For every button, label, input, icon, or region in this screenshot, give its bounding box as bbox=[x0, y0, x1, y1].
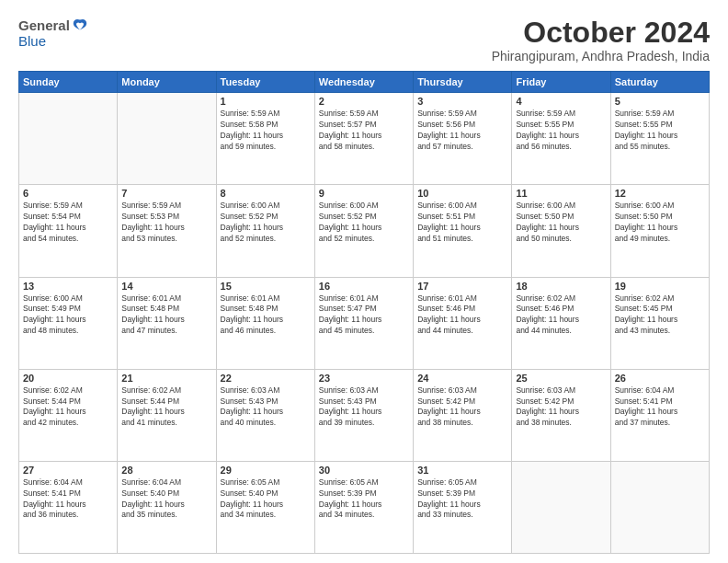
calendar-cell: 1Sunrise: 5:59 AM Sunset: 5:58 PM Daylig… bbox=[216, 93, 314, 185]
day-number: 29 bbox=[221, 465, 311, 476]
calendar-cell: 28Sunrise: 6:04 AM Sunset: 5:40 PM Dayli… bbox=[118, 461, 216, 553]
calendar-cell: 26Sunrise: 6:04 AM Sunset: 5:41 PM Dayli… bbox=[610, 369, 709, 461]
calendar-cell: 21Sunrise: 6:02 AM Sunset: 5:44 PM Dayli… bbox=[118, 369, 216, 461]
logo-blue-text: Blue bbox=[18, 33, 46, 49]
day-header-saturday: Saturday bbox=[610, 72, 709, 93]
day-number: 18 bbox=[516, 281, 606, 292]
calendar-page: General Blue October 2024 Phirangipuram,… bbox=[0, 0, 728, 563]
calendar-cell bbox=[512, 461, 610, 553]
cell-info: Sunrise: 5:59 AM Sunset: 5:57 PM Dayligh… bbox=[319, 109, 409, 153]
calendar-cell bbox=[118, 93, 216, 185]
cell-info: Sunrise: 6:03 AM Sunset: 5:43 PM Dayligh… bbox=[319, 385, 409, 430]
day-number: 31 bbox=[417, 465, 507, 476]
day-number: 28 bbox=[121, 465, 211, 476]
day-number: 14 bbox=[121, 281, 211, 292]
cell-info: Sunrise: 6:05 AM Sunset: 5:39 PM Dayligh… bbox=[319, 477, 409, 522]
calendar-cell: 11Sunrise: 6:00 AM Sunset: 5:50 PM Dayli… bbox=[512, 185, 610, 277]
cell-info: Sunrise: 6:00 AM Sunset: 5:51 PM Dayligh… bbox=[417, 201, 507, 245]
calendar-cell bbox=[19, 93, 118, 185]
calendar-cell: 6Sunrise: 5:59 AM Sunset: 5:54 PM Daylig… bbox=[19, 185, 118, 277]
week-row-1: 1Sunrise: 5:59 AM Sunset: 5:58 PM Daylig… bbox=[19, 93, 710, 185]
cell-info: Sunrise: 6:01 AM Sunset: 5:48 PM Dayligh… bbox=[221, 293, 311, 338]
calendar-cell: 27Sunrise: 6:04 AM Sunset: 5:41 PM Dayli… bbox=[19, 461, 118, 553]
cell-info: Sunrise: 5:59 AM Sunset: 5:55 PM Dayligh… bbox=[615, 109, 705, 153]
calendar-cell: 2Sunrise: 5:59 AM Sunset: 5:57 PM Daylig… bbox=[314, 93, 413, 185]
calendar-cell: 29Sunrise: 6:05 AM Sunset: 5:40 PM Dayli… bbox=[216, 461, 314, 553]
day-number: 24 bbox=[417, 373, 507, 384]
calendar-cell: 20Sunrise: 6:02 AM Sunset: 5:44 PM Dayli… bbox=[19, 369, 118, 461]
calendar-cell: 15Sunrise: 6:01 AM Sunset: 5:48 PM Dayli… bbox=[216, 277, 314, 369]
calendar-cell: 30Sunrise: 6:05 AM Sunset: 5:39 PM Dayli… bbox=[314, 461, 413, 553]
calendar-cell: 8Sunrise: 6:00 AM Sunset: 5:52 PM Daylig… bbox=[216, 185, 314, 277]
title-block: October 2024 Phirangipuram, Andhra Prade… bbox=[492, 17, 710, 63]
day-header-tuesday: Tuesday bbox=[216, 72, 314, 93]
cell-info: Sunrise: 6:00 AM Sunset: 5:49 PM Dayligh… bbox=[23, 293, 113, 338]
logo-bird-icon bbox=[72, 17, 88, 33]
day-number: 20 bbox=[23, 373, 113, 384]
calendar-cell: 25Sunrise: 6:03 AM Sunset: 5:42 PM Dayli… bbox=[512, 369, 610, 461]
month-title: October 2024 bbox=[492, 17, 710, 49]
calendar-cell: 12Sunrise: 6:00 AM Sunset: 5:50 PM Dayli… bbox=[610, 185, 709, 277]
day-number: 13 bbox=[23, 281, 113, 292]
day-number: 1 bbox=[221, 96, 311, 107]
calendar-cell bbox=[610, 461, 709, 553]
calendar-cell: 3Sunrise: 5:59 AM Sunset: 5:56 PM Daylig… bbox=[414, 93, 512, 185]
day-number: 17 bbox=[417, 281, 507, 292]
cell-info: Sunrise: 6:03 AM Sunset: 5:42 PM Dayligh… bbox=[516, 385, 606, 430]
cell-info: Sunrise: 5:59 AM Sunset: 5:58 PM Dayligh… bbox=[221, 109, 311, 153]
calendar-cell: 24Sunrise: 6:03 AM Sunset: 5:42 PM Dayli… bbox=[414, 369, 512, 461]
week-row-4: 20Sunrise: 6:02 AM Sunset: 5:44 PM Dayli… bbox=[19, 369, 710, 461]
calendar-cell: 9Sunrise: 6:00 AM Sunset: 5:52 PM Daylig… bbox=[314, 185, 413, 277]
day-number: 30 bbox=[319, 465, 409, 476]
cell-info: Sunrise: 5:59 AM Sunset: 5:53 PM Dayligh… bbox=[121, 201, 211, 245]
day-number: 8 bbox=[221, 188, 311, 199]
cell-info: Sunrise: 6:00 AM Sunset: 5:50 PM Dayligh… bbox=[516, 201, 606, 245]
logo: General Blue bbox=[18, 17, 88, 49]
cell-info: Sunrise: 6:01 AM Sunset: 5:48 PM Dayligh… bbox=[121, 293, 211, 338]
calendar-cell: 31Sunrise: 6:05 AM Sunset: 5:39 PM Dayli… bbox=[414, 461, 512, 553]
week-row-5: 27Sunrise: 6:04 AM Sunset: 5:41 PM Dayli… bbox=[19, 461, 710, 553]
cell-info: Sunrise: 6:02 AM Sunset: 5:45 PM Dayligh… bbox=[615, 293, 705, 338]
calendar-cell: 17Sunrise: 6:01 AM Sunset: 5:46 PM Dayli… bbox=[414, 277, 512, 369]
cell-info: Sunrise: 6:01 AM Sunset: 5:47 PM Dayligh… bbox=[319, 293, 409, 338]
cell-info: Sunrise: 6:02 AM Sunset: 5:46 PM Dayligh… bbox=[516, 293, 606, 338]
calendar-cell: 5Sunrise: 5:59 AM Sunset: 5:55 PM Daylig… bbox=[610, 93, 709, 185]
cell-info: Sunrise: 5:59 AM Sunset: 5:56 PM Dayligh… bbox=[417, 109, 507, 153]
cell-info: Sunrise: 6:05 AM Sunset: 5:39 PM Dayligh… bbox=[417, 477, 507, 522]
day-number: 7 bbox=[121, 188, 211, 199]
day-number: 10 bbox=[417, 188, 507, 199]
calendar-cell: 22Sunrise: 6:03 AM Sunset: 5:43 PM Dayli… bbox=[216, 369, 314, 461]
day-number: 6 bbox=[23, 188, 113, 199]
day-number: 3 bbox=[417, 96, 507, 107]
day-number: 25 bbox=[516, 373, 606, 384]
cell-info: Sunrise: 6:03 AM Sunset: 5:43 PM Dayligh… bbox=[221, 385, 311, 430]
cell-info: Sunrise: 6:02 AM Sunset: 5:44 PM Dayligh… bbox=[23, 385, 113, 430]
day-number: 26 bbox=[615, 373, 705, 384]
cell-info: Sunrise: 5:59 AM Sunset: 5:54 PM Dayligh… bbox=[23, 201, 113, 245]
day-number: 22 bbox=[221, 373, 311, 384]
day-number: 11 bbox=[516, 188, 606, 199]
logo-general-text: General bbox=[18, 17, 70, 33]
calendar-cell: 23Sunrise: 6:03 AM Sunset: 5:43 PM Dayli… bbox=[314, 369, 413, 461]
calendar-cell: 4Sunrise: 5:59 AM Sunset: 5:55 PM Daylig… bbox=[512, 93, 610, 185]
location: Phirangipuram, Andhra Pradesh, India bbox=[492, 49, 710, 63]
day-number: 12 bbox=[615, 188, 705, 199]
cell-info: Sunrise: 6:04 AM Sunset: 5:40 PM Dayligh… bbox=[121, 477, 211, 522]
day-header-friday: Friday bbox=[512, 72, 610, 93]
day-number: 9 bbox=[319, 188, 409, 199]
day-number: 5 bbox=[615, 96, 705, 107]
calendar-cell: 16Sunrise: 6:01 AM Sunset: 5:47 PM Dayli… bbox=[314, 277, 413, 369]
cell-info: Sunrise: 6:04 AM Sunset: 5:41 PM Dayligh… bbox=[23, 477, 113, 522]
week-row-3: 13Sunrise: 6:00 AM Sunset: 5:49 PM Dayli… bbox=[19, 277, 710, 369]
calendar-cell: 14Sunrise: 6:01 AM Sunset: 5:48 PM Dayli… bbox=[118, 277, 216, 369]
header: General Blue October 2024 Phirangipuram,… bbox=[18, 17, 710, 63]
day-number: 19 bbox=[615, 281, 705, 292]
week-row-2: 6Sunrise: 5:59 AM Sunset: 5:54 PM Daylig… bbox=[19, 185, 710, 277]
day-number: 15 bbox=[221, 281, 311, 292]
cell-info: Sunrise: 6:00 AM Sunset: 5:52 PM Dayligh… bbox=[221, 201, 311, 245]
day-number: 21 bbox=[121, 373, 211, 384]
calendar-table: SundayMondayTuesdayWednesdayThursdayFrid… bbox=[18, 71, 710, 554]
cell-info: Sunrise: 6:00 AM Sunset: 5:52 PM Dayligh… bbox=[319, 201, 409, 245]
calendar-header-row: SundayMondayTuesdayWednesdayThursdayFrid… bbox=[19, 72, 710, 93]
calendar-cell: 10Sunrise: 6:00 AM Sunset: 5:51 PM Dayli… bbox=[414, 185, 512, 277]
